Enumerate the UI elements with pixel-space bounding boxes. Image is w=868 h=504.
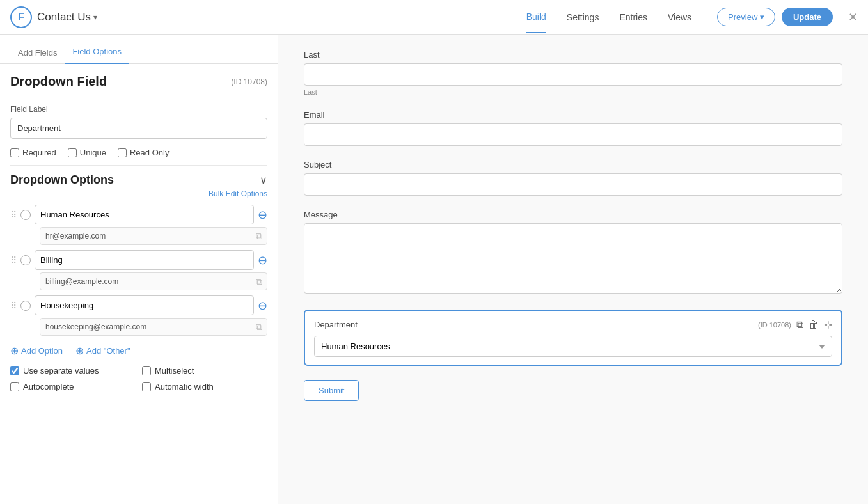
last-input[interactable]: [304, 63, 842, 86]
drag-handle-1[interactable]: ⠿: [10, 210, 17, 220]
right-panel: Last Last Email Subject Message Departme…: [278, 35, 868, 504]
bottom-checkboxes: Use separate values Multiselect Autocomp…: [10, 366, 267, 391]
copy-icon-3: ⧉: [256, 322, 262, 333]
main-layout: Add Fields Field Options Dropdown Field …: [0, 35, 868, 504]
delete-icon[interactable]: 🗑: [809, 319, 819, 331]
option-value-row-2: ⧉: [40, 272, 267, 290]
app-title: Contact Us ▾: [37, 11, 97, 24]
field-label-section: Field Label: [10, 105, 267, 139]
move-icon[interactable]: ⊹: [824, 319, 832, 331]
top-nav: Build Settings Entries Views: [526, 1, 691, 33]
option-label-input-1[interactable]: [35, 205, 254, 224]
top-actions: Preview ▾ Update ✕: [717, 8, 858, 26]
option-label-input-2[interactable]: [35, 250, 254, 270]
panel-content: Dropdown Field (ID 10708) Field Label Re…: [0, 64, 278, 504]
use-separate-values-checkbox[interactable]: Use separate values: [10, 366, 136, 375]
last-label: Last: [304, 50, 842, 59]
tab-add-fields[interactable]: Add Fields: [10, 42, 65, 64]
add-other-link[interactable]: ⊕ Add "Other": [75, 345, 130, 357]
dept-label: Department: [314, 320, 358, 329]
subject-label: Subject: [304, 160, 842, 169]
add-option-plus-icon: ⊕: [10, 345, 19, 357]
nav-build[interactable]: Build: [526, 1, 546, 33]
panel-tabs: Add Fields Field Options: [0, 35, 278, 64]
field-type-row: Dropdown Field (ID 10708): [10, 74, 267, 89]
option-main-3: ⠿ ⊖: [10, 295, 267, 315]
option-row-1: ⠿ ⊖ ⧉: [10, 205, 267, 245]
radio-3[interactable]: [20, 301, 31, 311]
collapse-button[interactable]: ∨: [260, 174, 267, 186]
field-label-heading: Field Label: [10, 105, 267, 114]
drag-handle-3[interactable]: ⠿: [10, 301, 17, 311]
message-textarea[interactable]: [304, 223, 842, 294]
message-label: Message: [304, 210, 842, 219]
required-checkbox[interactable]: Required: [10, 148, 56, 157]
submit-button[interactable]: Submit: [304, 380, 359, 401]
multiselect-checkbox[interactable]: Multiselect: [142, 366, 267, 375]
dropdown-options-title: Dropdown Options: [10, 173, 114, 187]
dept-id: (ID 10708): [758, 321, 791, 329]
department-card: Department (ID 10708) ⧉ 🗑 ⊹ Human Resour…: [304, 310, 842, 366]
option-main-2: ⠿ ⊖: [10, 250, 267, 270]
option-label-input-3[interactable]: [35, 295, 254, 315]
add-options-row: ⊕ Add Option ⊕ Add "Other": [10, 345, 267, 357]
nav-entries[interactable]: Entries: [619, 2, 647, 33]
radio-1[interactable]: [20, 210, 31, 220]
dropdown-options-header: Dropdown Options ∨: [10, 173, 267, 187]
form-field-subject: Subject: [304, 160, 842, 196]
add-option-link[interactable]: ⊕ Add Option: [10, 345, 63, 357]
copy-icon-2: ⧉: [256, 276, 262, 287]
tab-field-options[interactable]: Field Options: [65, 40, 129, 64]
option-row-2: ⠿ ⊖ ⧉: [10, 250, 267, 290]
option-value-input-2[interactable]: [40, 272, 267, 290]
preview-button[interactable]: Preview ▾: [717, 8, 775, 26]
option-value-row-3: ⧉: [40, 318, 267, 336]
form-field-email: Email: [304, 110, 842, 146]
divider-1: [10, 97, 267, 97]
autocomplete-checkbox[interactable]: Autocomplete: [10, 382, 136, 391]
left-panel: Add Fields Field Options Dropdown Field …: [0, 35, 278, 504]
email-label: Email: [304, 110, 842, 120]
last-sublabel: Last: [304, 88, 842, 96]
option-value-input-1[interactable]: [40, 227, 267, 245]
app-title-text: Contact Us: [37, 11, 91, 24]
app-logo: F: [10, 6, 32, 28]
divider-2: [10, 165, 267, 166]
option-row-3: ⠿ ⊖ ⧉: [10, 295, 267, 336]
dept-actions: ⧉ 🗑 ⊹: [796, 319, 832, 331]
field-type-title: Dropdown Field: [10, 74, 107, 89]
remove-option-2[interactable]: ⊖: [258, 253, 267, 267]
remove-option-3[interactable]: ⊖: [258, 299, 267, 313]
field-checkboxes: Required Unique Read Only: [10, 148, 267, 157]
copy-icon-1: ⧉: [256, 231, 262, 242]
dept-card-header: Department (ID 10708) ⧉ 🗑 ⊹: [314, 319, 832, 331]
dept-select-wrapper: Human Resources Billing Housekeeping: [314, 336, 832, 357]
unique-checkbox[interactable]: Unique: [68, 148, 106, 157]
close-button[interactable]: ✕: [848, 10, 858, 24]
automatic-width-checkbox[interactable]: Automatic width: [142, 382, 267, 391]
dept-header-right: (ID 10708) ⧉ 🗑 ⊹: [758, 319, 832, 331]
field-id: (ID 10708): [231, 77, 267, 86]
form-field-message: Message: [304, 210, 842, 295]
dept-select[interactable]: Human Resources Billing Housekeeping: [314, 336, 832, 357]
add-other-plus-icon: ⊕: [75, 345, 84, 357]
nav-views[interactable]: Views: [668, 2, 691, 33]
title-chevron-icon[interactable]: ▾: [93, 13, 97, 22]
drag-handle-2[interactable]: ⠿: [10, 255, 17, 265]
option-value-row-1: ⧉: [40, 227, 267, 245]
nav-settings[interactable]: Settings: [567, 2, 599, 33]
update-button[interactable]: Update: [782, 8, 833, 26]
bulk-edit-link[interactable]: Bulk Edit Options: [10, 189, 267, 198]
field-label-input[interactable]: [10, 118, 267, 139]
option-value-input-3[interactable]: [40, 318, 267, 336]
top-bar: F Contact Us ▾ Build Settings Entries Vi…: [0, 0, 868, 35]
duplicate-icon[interactable]: ⧉: [796, 319, 803, 331]
form-field-last: Last Last: [304, 50, 842, 96]
readonly-checkbox[interactable]: Read Only: [118, 148, 169, 157]
email-input[interactable]: [304, 123, 842, 146]
subject-input[interactable]: [304, 173, 842, 196]
radio-2[interactable]: [20, 255, 31, 265]
remove-option-1[interactable]: ⊖: [258, 208, 267, 222]
option-main-1: ⠿ ⊖: [10, 205, 267, 224]
